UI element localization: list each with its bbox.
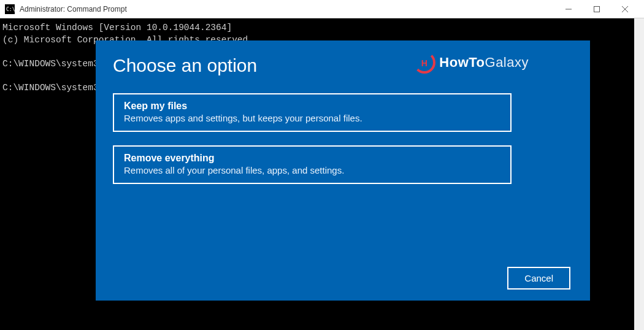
option-keep-files[interactable]: Keep my files Removes apps and settings,…	[113, 93, 512, 132]
console-line: C:\WINDOWS\system3	[2, 59, 99, 69]
console-line: C:\WINDOWS\system3	[2, 83, 99, 93]
option-desc: Removes apps and settings, but keeps you…	[124, 113, 500, 123]
option-remove-everything[interactable]: Remove everything Removes all of your pe…	[113, 145, 512, 184]
reset-dialog: Choose an option Keep my files Removes a…	[96, 40, 590, 301]
window-title: Administrator: Command Prompt	[20, 5, 554, 13]
watermark-text: HowToGalaxy	[439, 55, 529, 71]
option-title: Remove everything	[124, 153, 500, 164]
watermark-icon: H	[413, 52, 435, 74]
svg-text:C:\: C:\	[6, 7, 15, 12]
minimize-button[interactable]	[554, 0, 583, 18]
option-title: Keep my files	[124, 101, 500, 112]
svg-text:H: H	[421, 58, 428, 68]
close-button[interactable]	[611, 0, 639, 18]
window-controls	[554, 0, 639, 18]
console-line: Microsoft Windows [Version 10.0.19044.23…	[2, 23, 232, 33]
dialog-footer: Cancel	[507, 267, 570, 290]
watermark-logo: H HowToGalaxy	[413, 52, 529, 74]
maximize-button[interactable]	[583, 0, 611, 18]
cancel-button[interactable]: Cancel	[507, 267, 570, 290]
vertical-scrollbar[interactable]	[634, 18, 644, 330]
option-desc: Removes all of your personal files, apps…	[124, 165, 500, 175]
cmd-icon: C:\	[5, 4, 15, 14]
window-titlebar: C:\ Administrator: Command Prompt	[0, 0, 644, 18]
svg-rect-3	[594, 6, 600, 12]
